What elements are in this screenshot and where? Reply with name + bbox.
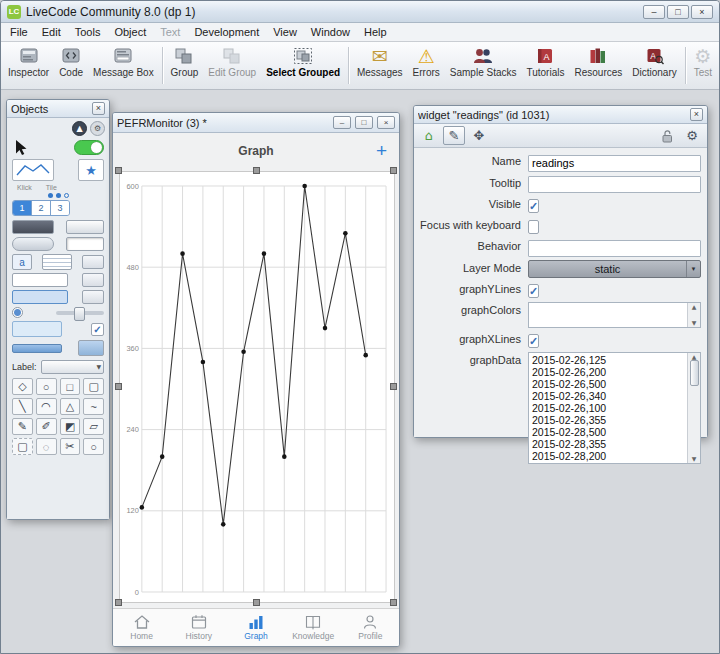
name-field[interactable] [528,155,701,172]
brush-tool[interactable]: ✐ [36,418,57,435]
message-box-button[interactable]: Message Box [88,43,159,88]
option-menu-tool[interactable] [82,255,104,269]
selection-handle[interactable] [253,599,260,606]
selection-handle[interactable] [115,599,122,606]
position-tab[interactable]: ✥ [468,126,490,145]
basic-properties-tab[interactable]: ⌂ [418,126,440,145]
graph-data-field[interactable]: 2015-02-26,1252015-02-26,2002015-02-26,5… [528,352,701,464]
scroll-down-icon[interactable]: ▼ [692,456,697,462]
inspector-settings-button[interactable]: ⚙ [681,126,703,145]
menu-item[interactable]: Object [107,24,153,40]
segment-1[interactable]: 1 [13,201,32,215]
regular-polygon-tool[interactable]: ◇ [12,378,33,395]
selection-handle[interactable] [390,167,397,174]
eraser-tool[interactable]: ▱ [83,418,104,435]
edit-group-button[interactable]: Edit Group [203,43,261,88]
scroll-down-icon[interactable]: ▼ [692,320,697,326]
stack-close-button[interactable]: × [377,116,395,129]
menu-item[interactable]: Development [187,24,266,40]
button-tool[interactable] [12,220,54,234]
bucket-tool[interactable]: ◩ [60,418,81,435]
scroll-up-icon[interactable]: ▲ [692,354,697,360]
errors-button[interactable]: ⚠ Errors [408,43,445,88]
scissors-tool[interactable]: ✂ [60,438,81,455]
checkbox-tool[interactable]: ✓ [91,323,104,336]
stack-minimize-button[interactable]: – [333,116,351,129]
rectangle-tool[interactable]: □ [60,378,81,395]
select-grouped-button[interactable]: Select Grouped [261,43,345,88]
scroll-up-icon[interactable]: ▲ [692,304,697,310]
messages-button[interactable]: ✉ Messages [352,43,408,88]
label-field-tool[interactable]: a [12,254,32,270]
close-icon[interactable]: × [92,102,105,115]
scrollbar[interactable]: ▲ ▼ [687,303,700,327]
palette-settings-button[interactable]: ⚙ [90,121,105,136]
segmented-control-tool[interactable]: 1 2 3 [12,200,70,216]
selection-handle[interactable] [115,383,122,390]
scrollbar[interactable]: ▲ ▼ [687,353,700,463]
main-titlebar[interactable]: LC LiveCode Community 8.0 (dp 1) – □ × [1,1,719,23]
menu-item[interactable]: View [266,24,304,40]
navigation-dots-widget-tool[interactable] [11,193,105,198]
line-graph-widget-tool[interactable] [12,159,54,181]
nav-item-knowledge[interactable]: Knowledge [285,609,342,646]
graph-colors-field[interactable]: ▲ ▼ [528,302,701,328]
nav-item-profile[interactable]: Profile [342,609,399,646]
resources-button[interactable]: Resources [569,43,627,88]
default-button-tool[interactable] [66,220,104,234]
graph-ylines-checkbox[interactable]: ✓ [528,284,539,298]
rounded-rect-tool[interactable]: ▢ [83,378,104,395]
scrollbar-tool[interactable] [12,344,62,353]
close-button[interactable]: × [691,5,713,19]
readings-graph-widget[interactable]: 0120240360480600 [119,171,395,603]
selection-handle[interactable] [253,167,260,174]
objects-palette-titlebar[interactable]: Objects × [7,100,109,118]
nav-item-history[interactable]: History [170,609,227,646]
list-field-tool[interactable] [42,254,72,270]
add-reading-button[interactable]: + [376,139,387,163]
edit-properties-tab[interactable]: ✎ [443,126,465,145]
test-button[interactable]: ⚙ Test [689,43,717,88]
table-field-tool[interactable] [12,273,68,287]
behavior-field[interactable] [528,240,701,257]
stack-titlebar[interactable]: PEFRMonitor (3) * – □ × [113,113,399,133]
minimize-button[interactable]: – [643,5,665,19]
scroll-thumb[interactable] [690,360,699,386]
stack-maximize-button[interactable]: □ [355,116,373,129]
nav-item-home[interactable]: Home [113,609,170,646]
spray-tool[interactable]: ○ [83,438,104,455]
field-tool[interactable] [66,237,104,251]
menu-item[interactable]: Edit [35,24,68,40]
pencil-tool[interactable]: ✎ [12,418,33,435]
radio-button-tool[interactable] [12,307,23,318]
inspector-button[interactable]: Inspector [3,43,54,88]
selection-handle[interactable] [115,167,122,174]
freehand-tool[interactable]: ~ [83,398,104,415]
maximize-button[interactable]: □ [667,5,689,19]
star-widget-tool[interactable]: ★ [78,159,104,181]
image-area-tool[interactable] [12,290,68,304]
close-icon[interactable]: × [690,108,703,121]
line-tool[interactable]: ╲ [12,398,33,415]
lasso-tool[interactable]: ◌ [36,438,57,455]
lock-button[interactable] [656,126,678,145]
visible-checkbox[interactable]: ✓ [528,199,539,213]
rounded-button-tool[interactable] [12,237,54,251]
menu-item[interactable]: Tools [68,24,108,40]
player-tool[interactable] [82,290,104,304]
pointer-tool[interactable] [12,139,28,156]
selection-handle[interactable] [390,599,397,606]
code-button[interactable]: Code [54,43,88,88]
select-area-tool[interactable]: ▢ [12,438,33,455]
curve-tool[interactable]: ◠ [36,398,57,415]
tooltip-field[interactable] [528,176,701,193]
menu-item[interactable]: Text [153,24,187,40]
oval-tool[interactable]: ○ [36,378,57,395]
menu-item[interactable]: Window [304,24,357,40]
label-dropdown[interactable]: ▼ [41,360,104,374]
progress-bar-tool[interactable] [78,340,104,356]
group-area-tool[interactable] [12,321,62,337]
tutorials-button[interactable]: A Tutorials [521,43,569,88]
graph-xlines-checkbox[interactable]: ✓ [528,334,539,348]
nav-item-graph[interactable]: Graph [227,609,284,646]
